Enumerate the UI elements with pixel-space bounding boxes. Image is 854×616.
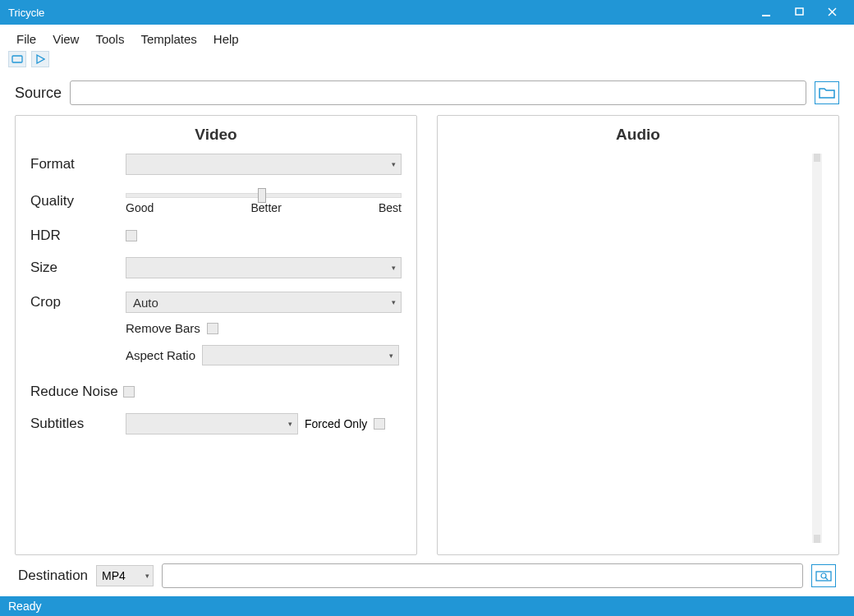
- audio-list: [452, 154, 824, 546]
- chevron-down-icon: ▾: [392, 160, 396, 168]
- titlebar: Tricycle: [0, 0, 854, 25]
- hdr-checkbox[interactable]: [126, 230, 137, 241]
- window-controls: [762, 7, 846, 17]
- folder-icon: [819, 86, 835, 99]
- destination-browse-button[interactable]: [811, 564, 836, 587]
- audio-panel-title: Audio: [452, 124, 824, 154]
- app-title: Tricycle: [8, 7, 762, 19]
- destination-input[interactable]: [162, 563, 803, 588]
- quality-good: Good: [126, 201, 154, 214]
- reduce-noise-label: Reduce Noise: [30, 384, 123, 400]
- status-text: Ready: [8, 600, 41, 613]
- remove-bars-checkbox[interactable]: [207, 323, 218, 334]
- aspect-ratio-label: Aspect Ratio: [126, 348, 195, 362]
- close-button[interactable]: [828, 7, 838, 17]
- statusbar: Ready: [0, 596, 854, 616]
- source-row: Source: [15, 80, 839, 105]
- svg-rect-4: [12, 56, 22, 62]
- menu-help[interactable]: Help: [205, 29, 247, 49]
- subtitles-dropdown[interactable]: ▾: [126, 413, 298, 434]
- menubar: File View Tools Templates Help: [0, 25, 854, 49]
- format-label: Format: [30, 156, 126, 172]
- chevron-down-icon: ▾: [288, 420, 292, 428]
- start-button[interactable]: [31, 51, 49, 67]
- destination-format-value: MP4: [102, 569, 126, 582]
- format-dropdown[interactable]: ▾: [126, 154, 402, 175]
- chevron-down-icon: ▾: [392, 298, 396, 306]
- quality-label: Quality: [30, 193, 126, 209]
- quality-slider-thumb[interactable]: [258, 188, 266, 203]
- source-browse-button[interactable]: [815, 81, 839, 104]
- preview-button[interactable]: [8, 51, 26, 67]
- subtitles-label: Subtitles: [30, 416, 126, 432]
- chevron-down-icon: ▾: [145, 572, 149, 580]
- chevron-down-icon: ▾: [392, 264, 396, 272]
- svg-rect-0: [762, 15, 770, 16]
- destination-format-dropdown[interactable]: MP4 ▾: [96, 565, 154, 586]
- reduce-noise-checkbox[interactable]: [123, 386, 135, 398]
- menu-templates[interactable]: Templates: [132, 29, 204, 49]
- maximize-button[interactable]: [795, 7, 805, 17]
- crop-value: Auto: [133, 296, 158, 310]
- chevron-down-icon: ▾: [389, 352, 393, 360]
- menu-file[interactable]: File: [8, 29, 44, 49]
- video-panel: Video Format ▾ Quality: [15, 115, 417, 555]
- remove-bars-label: Remove Bars: [126, 321, 200, 335]
- menu-view[interactable]: View: [44, 29, 87, 49]
- forced-only-label: Forced Only: [305, 417, 367, 430]
- search-folder-icon: [815, 569, 832, 582]
- minimize-button[interactable]: [762, 7, 772, 17]
- quality-slider[interactable]: [126, 193, 402, 198]
- svg-rect-1: [796, 8, 803, 15]
- size-label: Size: [30, 260, 126, 276]
- forced-only-checkbox[interactable]: [374, 418, 385, 430]
- destination-row: Destination MP4 ▾: [15, 562, 839, 590]
- source-label: Source: [15, 85, 62, 102]
- audio-panel: Audio: [437, 115, 839, 555]
- source-input[interactable]: [70, 80, 806, 105]
- hdr-label: HDR: [30, 228, 126, 244]
- audio-scrollbar[interactable]: [812, 154, 822, 543]
- menu-tools[interactable]: Tools: [87, 29, 132, 49]
- destination-label: Destination: [18, 568, 88, 584]
- svg-marker-5: [37, 55, 44, 63]
- aspect-ratio-dropdown[interactable]: ▾: [202, 345, 399, 365]
- quality-best: Best: [379, 201, 402, 214]
- crop-dropdown[interactable]: Auto ▾: [126, 292, 402, 313]
- toolbar: [0, 49, 854, 72]
- quality-better: Better: [250, 201, 281, 214]
- size-dropdown[interactable]: ▾: [126, 257, 402, 278]
- crop-label: Crop: [30, 294, 126, 310]
- svg-line-8: [825, 577, 828, 580]
- video-panel-title: Video: [30, 124, 402, 154]
